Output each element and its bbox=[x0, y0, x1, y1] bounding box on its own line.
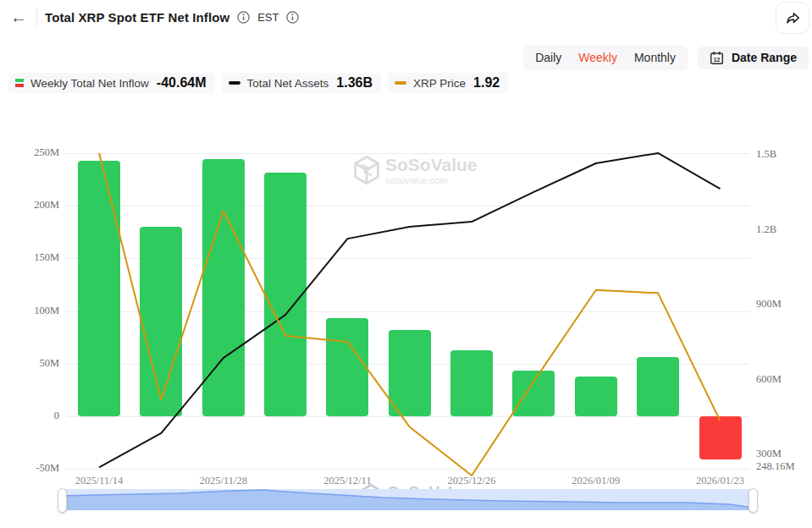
share-icon bbox=[785, 10, 801, 25]
legend-label: Weekly Total Net Inflow bbox=[30, 77, 149, 90]
chart-legend: Weekly Total Net Inflow -40.64M Total Ne… bbox=[8, 73, 508, 93]
bar[interactable] bbox=[202, 159, 245, 416]
watermark-brand: SoSoValue bbox=[385, 156, 478, 173]
scrollbar-right-handle[interactable] bbox=[748, 488, 758, 513]
legend-value: 1.92 bbox=[473, 75, 500, 91]
timezone-info-icon[interactable] bbox=[286, 11, 299, 24]
black-dash-icon bbox=[229, 81, 240, 85]
legend-item-xrp-price[interactable]: XRP Price 1.92 bbox=[388, 73, 508, 93]
y-axis-tick-label: 100M bbox=[0, 305, 59, 317]
tab-daily[interactable]: Daily bbox=[527, 47, 570, 68]
sosovalue-logo-icon bbox=[354, 156, 379, 184]
scrollbar-left-handle[interactable] bbox=[58, 488, 67, 513]
timeline-scrollbar[interactable] bbox=[61, 489, 754, 510]
back-icon[interactable]: ← bbox=[8, 8, 29, 25]
svg-text:12: 12 bbox=[714, 57, 721, 63]
legend-value: 1.36B bbox=[336, 75, 373, 91]
header: ← Total XRP Spot ETF Net Inflow EST bbox=[8, 5, 299, 29]
y-axis-tick-label: -50M bbox=[0, 462, 59, 475]
legend-value: -40.64M bbox=[157, 75, 207, 91]
bar[interactable] bbox=[699, 416, 742, 459]
controls-row: Daily Weekly Monthly 12 Date Range bbox=[523, 45, 809, 70]
legend-label: XRP Price bbox=[413, 77, 466, 90]
gridline bbox=[66, 153, 749, 154]
bar[interactable] bbox=[389, 330, 431, 416]
y-axis-tick-label: 50M bbox=[0, 357, 59, 370]
bar[interactable] bbox=[512, 371, 555, 416]
header-divider bbox=[36, 8, 37, 26]
watermark: SoSoValue sosovalue.com bbox=[354, 156, 478, 185]
page-title: Total XRP Spot ETF Net Inflow bbox=[45, 10, 229, 25]
x-axis-tick-label: 2025/12/11 bbox=[323, 475, 371, 487]
legend-item-net-inflow[interactable]: Weekly Total Net Inflow -40.64M bbox=[8, 73, 215, 93]
period-tab-group: Daily Weekly Monthly bbox=[523, 45, 688, 70]
page-root: ← Total XRP Spot ETF Net Inflow EST Dail… bbox=[0, 0, 812, 528]
y-axis-tick-label: 200M bbox=[0, 199, 59, 212]
watermark-domain: sosovalue.com bbox=[385, 175, 478, 185]
calendar-icon: 12 bbox=[710, 51, 724, 65]
tab-monthly[interactable]: Monthly bbox=[626, 47, 684, 68]
y-axis-right-tick-label: 248.16M bbox=[756, 460, 795, 473]
gridline bbox=[66, 416, 749, 417]
bar[interactable] bbox=[575, 377, 617, 416]
y-axis-right-tick-label: 1.2B bbox=[756, 223, 776, 236]
x-axis-tick-label: 2025/11/14 bbox=[75, 475, 123, 487]
legend-item-net-assets[interactable]: Total Net Assets 1.36B bbox=[222, 73, 382, 93]
y-axis-right-tick-label: 1.5B bbox=[756, 148, 776, 161]
bar[interactable] bbox=[450, 350, 493, 416]
y-axis-right-tick-label: 900M bbox=[756, 298, 782, 311]
orange-dash-icon bbox=[395, 81, 406, 85]
xrp-price-line bbox=[99, 153, 721, 476]
bar[interactable] bbox=[264, 173, 307, 416]
date-range-label: Date Range bbox=[732, 51, 797, 64]
x-axis-tick-label: 2025/12/26 bbox=[448, 475, 496, 487]
green-red-swatch-icon bbox=[15, 79, 24, 88]
y-axis-tick-label: 0 bbox=[0, 410, 59, 422]
y-axis-right-tick-label: 300M bbox=[756, 448, 782, 460]
share-button[interactable] bbox=[776, 2, 809, 34]
info-icon[interactable] bbox=[237, 11, 250, 24]
bar[interactable] bbox=[140, 227, 182, 416]
date-range-button[interactable]: 12 Date Range bbox=[698, 47, 809, 69]
bar[interactable] bbox=[637, 357, 679, 416]
y-axis-tick-label: 150M bbox=[0, 251, 59, 264]
legend-label: Total Net Assets bbox=[247, 77, 329, 90]
gridline bbox=[66, 469, 749, 470]
bar[interactable] bbox=[78, 161, 120, 416]
gridline bbox=[66, 206, 749, 206]
tab-weekly[interactable]: Weekly bbox=[570, 47, 626, 68]
y-axis-right-tick-label: 600M bbox=[756, 373, 782, 386]
x-axis-tick-label: 2025/11/28 bbox=[199, 475, 246, 487]
bar[interactable] bbox=[326, 318, 368, 416]
timezone-label: EST bbox=[257, 11, 279, 24]
x-axis-tick-label: 2026/01/23 bbox=[696, 475, 744, 487]
x-axis-tick-label: 2026/01/09 bbox=[572, 475, 620, 487]
y-axis-tick-label: 250M bbox=[0, 146, 59, 159]
